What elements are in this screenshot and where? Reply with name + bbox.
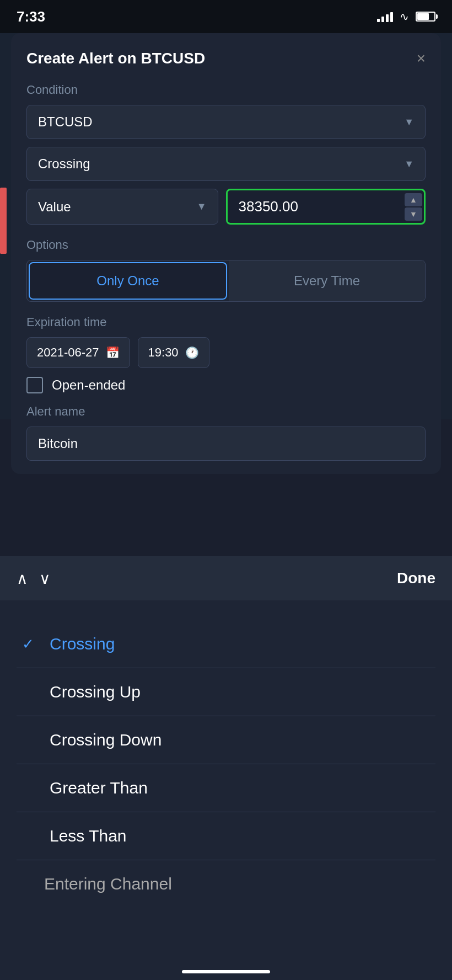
chevron-down-icon: ▼ xyxy=(404,116,414,128)
open-ended-label: Open-ended xyxy=(52,377,125,393)
every-time-button[interactable]: Every Time xyxy=(229,260,425,301)
menu-item-crossing-up[interactable]: Crossing Up xyxy=(17,670,435,713)
menu-item-crossing-down-label: Crossing Down xyxy=(50,731,162,749)
status-bar: 7:33 ∿ xyxy=(0,0,452,33)
menu-divider xyxy=(17,716,435,716)
value-type-label: Value xyxy=(38,199,71,215)
nav-down-button[interactable]: ∨ xyxy=(39,569,51,588)
expiration-label: Expiration time xyxy=(26,315,426,329)
menu-item-greater-than[interactable]: Greater Than xyxy=(17,766,435,809)
menu-divider xyxy=(17,860,435,860)
condition-label: Condition xyxy=(26,83,426,97)
value-type-dropdown[interactable]: Value ▼ xyxy=(26,189,218,225)
menu-item-crossing[interactable]: ✓ Crossing xyxy=(17,622,435,665)
menu-item-crossing-up-label: Crossing Up xyxy=(50,683,141,701)
time-picker[interactable]: 19:30 🕐 xyxy=(138,337,209,368)
alert-name-input[interactable]: Bitcoin xyxy=(26,427,426,461)
nav-up-button[interactable]: ∧ xyxy=(17,569,28,588)
condition-type-dropdown[interactable]: Crossing ▼ xyxy=(26,147,426,181)
alert-name-value: Bitcoin xyxy=(38,436,78,451)
time-value: 19:30 xyxy=(148,345,179,360)
spinner-up-button[interactable]: ▲ xyxy=(405,193,422,206)
condition-dropdown-menu: ✓ Crossing Crossing Up Crossing Down Gre… xyxy=(0,600,452,980)
frequency-toggle-group: Only Once Every Time xyxy=(26,260,426,302)
only-once-button[interactable]: Only Once xyxy=(29,262,227,300)
expiry-row: 2021-06-27 📅 19:30 🕐 xyxy=(26,337,426,368)
expiration-section: Expiration time 2021-06-27 📅 19:30 🕐 Ope… xyxy=(26,315,426,393)
menu-item-less-than-label: Less Than xyxy=(50,827,127,845)
condition-type-value: Crossing xyxy=(38,156,90,172)
battery-icon xyxy=(416,12,435,22)
open-ended-row: Open-ended xyxy=(26,377,426,393)
chevron-down-icon: ▼ xyxy=(404,158,414,170)
modal-header: Create Alert on BTCUSD × xyxy=(26,50,426,67)
value-input-container: 38350.00 ▲ ▼ xyxy=(226,189,426,225)
menu-item-entering-channel-label: Entering Channel xyxy=(44,875,172,893)
options-label: Options xyxy=(26,238,426,252)
candle-bar xyxy=(0,188,7,254)
done-button[interactable]: Done xyxy=(397,569,435,587)
menu-item-entering-channel[interactable]: Entering Channel xyxy=(17,862,435,906)
menu-item-crossing-label: Crossing xyxy=(50,635,115,653)
create-alert-modal: Create Alert on BTCUSD × Condition BTCUS… xyxy=(11,33,441,474)
menu-item-less-than[interactable]: Less Than xyxy=(17,814,435,858)
wifi-icon: ∿ xyxy=(400,10,409,23)
spinner-down-button[interactable]: ▼ xyxy=(405,207,422,221)
menu-item-greater-than-label: Greater Than xyxy=(50,779,148,797)
alert-name-label: Alert name xyxy=(26,404,426,419)
status-time: 7:33 xyxy=(17,8,45,25)
calendar-icon: 📅 xyxy=(106,346,120,359)
home-indicator xyxy=(182,970,270,973)
symbol-dropdown[interactable]: BTCUSD ▼ xyxy=(26,105,426,139)
modal-title: Create Alert on BTCUSD xyxy=(26,50,205,67)
alert-name-section: Alert name Bitcoin xyxy=(26,404,426,461)
menu-item-crossing-down[interactable]: Crossing Down xyxy=(17,718,435,761)
check-icon: ✓ xyxy=(22,636,39,653)
nav-arrows: ∧ ∨ xyxy=(17,569,51,588)
menu-divider xyxy=(17,812,435,812)
chevron-down-icon: ▼ xyxy=(197,201,207,212)
options-section: Options Only Once Every Time xyxy=(26,238,426,302)
date-picker[interactable]: 2021-06-27 📅 xyxy=(26,337,130,368)
menu-divider xyxy=(17,668,435,668)
signal-icon xyxy=(377,11,393,22)
spinner-buttons: ▲ ▼ xyxy=(405,193,422,221)
menu-divider xyxy=(17,764,435,764)
close-button[interactable]: × xyxy=(417,51,426,66)
status-icons: ∿ xyxy=(377,10,435,23)
bottom-toolbar: ∧ ∨ Done xyxy=(0,556,452,600)
clock-icon: 🕐 xyxy=(185,346,199,359)
symbol-dropdown-value: BTCUSD xyxy=(38,114,93,130)
value-input[interactable]: 38350.00 xyxy=(226,189,426,225)
date-value: 2021-06-27 xyxy=(37,345,99,360)
open-ended-checkbox[interactable] xyxy=(26,377,43,393)
value-row: Value ▼ 38350.00 ▲ ▼ xyxy=(26,189,426,225)
